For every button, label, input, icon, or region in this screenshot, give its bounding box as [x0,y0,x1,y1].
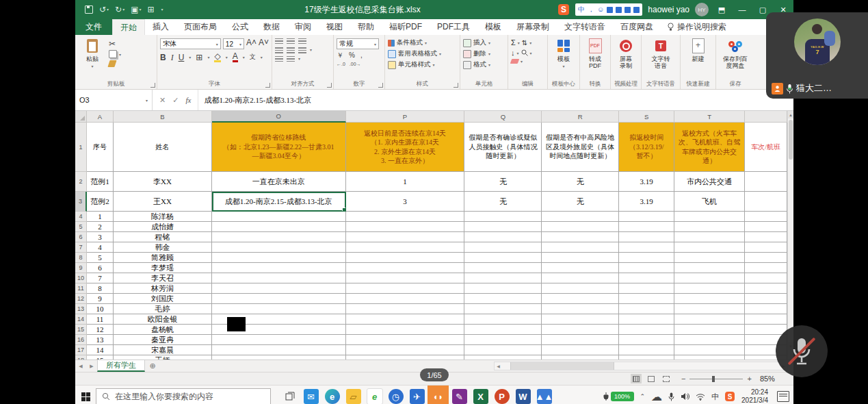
cell-U2[interactable] [745,172,787,192]
cell-S11[interactable] [619,283,674,294]
cell-S8[interactable] [619,253,674,263]
find-select-icon[interactable] [521,49,528,56]
preview-icon[interactable]: ▣▾ [131,5,141,14]
styles-dialog-launcher[interactable] [453,83,458,88]
ribbon-tab-7[interactable]: 审阅 [287,19,319,35]
cell-U13[interactable] [745,304,787,314]
cell-U4[interactable] [745,212,787,222]
cell-R3[interactable]: 无 [542,192,619,212]
ime-mic-icon[interactable] [607,7,613,13]
cell-B2[interactable]: 李XX [114,172,212,192]
cell-Q17[interactable] [464,345,542,355]
cell-A17[interactable]: 14 [87,345,114,355]
borders-icon[interactable]: ⊞ [196,53,202,62]
ime-skin-icon[interactable] [624,7,631,13]
header-cell[interactable]: 假期是否有确诊或疑似人员接触史（具体情况随时更新） [464,123,542,172]
cell-O2[interactable]: 一直在京未出京 [212,172,346,192]
cell-A5[interactable]: 2 [87,222,114,232]
hscroll-thumb[interactable] [510,362,614,370]
cell-P10[interactable] [346,273,465,283]
cell-Q12[interactable] [464,294,542,304]
cell-A16[interactable]: 13 [87,335,114,345]
row-header-10[interactable]: 10 [75,273,87,283]
scroll-up-icon[interactable]: ▲ [788,111,793,118]
cell-R16[interactable] [542,335,619,345]
font-color-icon[interactable]: A [233,52,238,62]
cell-styles-button[interactable]: 单元格样式▾ [388,60,441,69]
cell-S10[interactable] [619,273,674,283]
cell-Q6[interactable] [464,232,542,242]
cell-B12[interactable]: 刘国庆 [114,294,212,304]
cell-S7[interactable] [619,242,674,253]
clipboard-dialog-launcher[interactable] [150,83,155,88]
align-left-icon[interactable] [275,47,283,53]
cell-Q15[interactable] [464,325,542,335]
vscroll-thumb[interactable] [789,120,793,160]
header-cell[interactable]: 返校方式（火车车次、飞机航班、自驾车牌或市内公共交通） [674,123,745,172]
row-header-12[interactable]: 12 [75,294,87,304]
cell-P8[interactable] [346,253,465,263]
fill-icon[interactable]: ↓ [511,49,515,57]
tray-ime-indicator[interactable]: 中 [711,392,719,402]
cell-S17[interactable] [619,345,674,355]
cell-A2[interactable]: 范例1 [87,172,114,192]
column-header-R[interactable]: R [542,111,619,123]
bold-button[interactable]: B [160,53,166,62]
column-header-B[interactable]: B [114,111,212,123]
ribbon-tab-12[interactable]: 模板 [477,19,509,35]
underline-button[interactable]: U [179,53,185,62]
cell-Q2[interactable]: 无 [464,172,542,192]
header-cell[interactable]: 序号 [87,123,114,172]
cell-T2[interactable]: 市内公共交通 [674,172,745,192]
cloud-app-icon[interactable]: ▲▲ [534,386,555,404]
cell-B16[interactable]: 秦亚冉 [114,335,212,345]
cell-R2[interactable]: 无 [542,172,619,192]
cell-T5[interactable] [674,222,745,232]
select-all-corner[interactable] [75,111,87,123]
align-right-icon[interactable] [298,47,306,53]
cell-A9[interactable]: 6 [87,263,114,273]
cell-O13[interactable] [212,304,346,314]
cell-S6[interactable] [619,232,674,242]
cell-B14[interactable]: 欧阳金银 [114,314,212,325]
row-header-6[interactable]: 6 [75,232,87,242]
insert-cells-button[interactable]: 插入▾ [463,38,490,47]
cell-O10[interactable] [212,273,346,283]
account-name[interactable]: haowei yao [648,5,689,14]
align-top-icon[interactable] [275,38,283,45]
account-avatar[interactable]: HY [695,3,709,16]
cell-R6[interactable] [542,232,619,242]
cell-P7[interactable] [346,242,465,253]
conditional-formatting-button[interactable]: 条件格式▾ [388,38,441,47]
cell-T10[interactable] [674,273,745,283]
ribbon-tab-1[interactable]: 文件 [75,19,112,35]
cell-R10[interactable] [542,273,619,283]
cell-O5[interactable] [212,222,346,232]
ribbon-tab-4[interactable]: 页面布局 [176,19,224,35]
sogou-input-toolbar[interactable]: 中 ， ☺ [575,3,642,16]
format-cells-button[interactable]: 格式▾ [463,60,490,69]
ribbon-tab-14[interactable]: 文字转语音 [557,19,613,35]
new-workbook-button[interactable]: + 新建 [683,38,713,79]
text-to-speech-button[interactable]: T 文字转语音 [644,38,677,79]
tray-sogou-icon[interactable]: S [725,392,735,401]
ribbon-tab-5[interactable]: 公式 [224,19,256,35]
cell-Q10[interactable] [464,273,542,283]
cell-T16[interactable] [674,335,745,345]
ime-keyboard-icon[interactable] [616,7,622,13]
row-header-9[interactable]: 9 [75,263,87,273]
accounting-format-icon[interactable]: ￥ [337,52,343,59]
name-box[interactable]: O3▾ [75,90,153,110]
cell-P17[interactable] [346,345,465,355]
sogou-logo-icon[interactable]: S [558,4,569,15]
comma-icon[interactable]: , [360,52,363,59]
cell-S16[interactable] [619,335,674,345]
cell-O16[interactable] [212,335,346,345]
column-header-S[interactable]: S [619,111,674,123]
align-middle-icon[interactable] [287,38,295,45]
header-cell[interactable]: 车次/航班 [745,123,787,172]
cell-R15[interactable] [542,325,619,335]
row-header-5[interactable]: 5 [75,222,87,232]
cell-A14[interactable]: 11 [87,314,114,325]
cell-Q13[interactable] [464,304,542,314]
